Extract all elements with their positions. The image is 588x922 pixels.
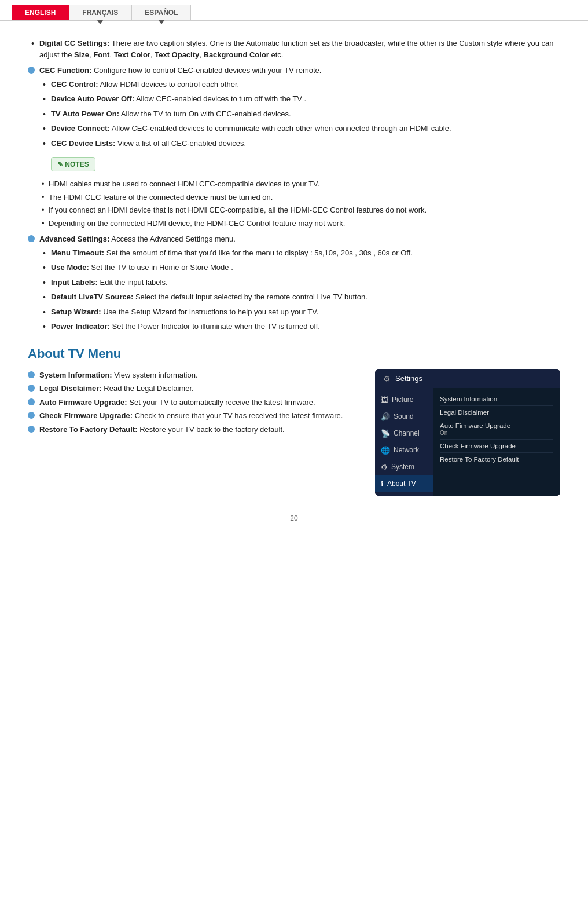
restore-factory-label: Restore To Factory Default: <box>39 425 138 434</box>
advanced-settings-text: Advanced Settings: Access the Advanced S… <box>39 233 560 245</box>
notes-label: NOTES <box>65 160 89 169</box>
about-tv-layout: System Information: View system informat… <box>28 369 560 496</box>
tv-main-auto-firmware[interactable]: Auto Firmware UpgradeOn <box>440 419 553 440</box>
adv-setup-wizard: Setup Wizard: Use the Setup Wizard for i… <box>39 306 560 318</box>
channel-icon: 📡 <box>381 429 390 438</box>
cec-function-bullet <box>28 67 35 74</box>
legal-disclaimer-text: Legal Disclaimer: Read the Legal Disclai… <box>39 383 361 394</box>
cec-sub-lists: CEC Device Lists: View a list of all CEC… <box>39 138 560 149</box>
sidebar-item-about[interactable]: ℹ About TV <box>375 475 433 492</box>
adv-input-labels: Input Labels: Edit the input labels. <box>39 277 560 288</box>
page-number: 20 <box>28 514 560 532</box>
legal-disclaimer-bullet <box>28 385 35 392</box>
cec-sub-connect: Device Connect: Allow CEC-enabled device… <box>39 123 560 134</box>
note-item-1: HDMI cables must be used to connect HDMI… <box>39 178 560 190</box>
system-info-bullet <box>28 371 35 378</box>
adv-use-mode: Use Mode: Set the TV to use in Home or S… <box>39 262 560 273</box>
network-icon: 🌐 <box>381 446 390 455</box>
francais-arrow-icon <box>97 20 103 24</box>
check-firmware-bullet <box>28 412 35 419</box>
auto-firmware-label: Auto Firmware Upgrade: <box>39 398 127 407</box>
notes-icon: ✎ <box>57 160 65 169</box>
about-tv-text-column: System Information: View system informat… <box>28 369 361 496</box>
system-info-desc: View system information. <box>114 371 197 379</box>
notes-box: ✎ NOTES <box>51 157 95 171</box>
cec-function-label: CEC Function: <box>39 66 91 75</box>
notes-container: ✎ NOTES <box>39 152 560 176</box>
digital-cc-list: Digital CC Settings: There are two capti… <box>28 38 560 60</box>
sidebar-item-picture[interactable]: 🖼 Picture <box>375 392 433 408</box>
auto-firmware-item: Auto Firmware Upgrade: Set your TV to au… <box>28 397 361 408</box>
auto-firmware-text: Auto Firmware Upgrade: Set your TV to au… <box>39 397 361 408</box>
legal-disclaimer-label: Legal Disclaimer: <box>39 384 102 393</box>
cec-sub-power-off: Device Auto Power Off: Allow CEC-enabled… <box>39 93 560 105</box>
tv-settings-ui: ⚙ Settings 🖼 Picture 🔊 Sound <box>375 369 560 496</box>
restore-factory-item: Restore To Factory Default: Restore your… <box>28 424 361 436</box>
digital-cc-text: There are two caption styles. One is the… <box>39 39 554 59</box>
language-tabs: ENGLISH FRANÇAIS ESPAÑOL <box>0 0 588 21</box>
tv-settings-body: 🖼 Picture 🔊 Sound 📡 Channel 🌐 <box>375 388 560 496</box>
about-icon: ℹ <box>381 480 384 488</box>
cec-function-item: CEC Function: Configure how to control C… <box>28 65 560 76</box>
picture-icon: 🖼 <box>381 396 388 404</box>
about-tv-heading: About TV Menu <box>28 346 560 361</box>
tv-settings-screenshot: ⚙ Settings 🖼 Picture 🔊 Sound <box>375 369 560 496</box>
advanced-settings-label: Advanced Settings: <box>39 235 109 243</box>
note-item-2: The HDMI CEC feature of the connected de… <box>39 192 560 203</box>
digital-cc-item: Digital CC Settings: There are two capti… <box>28 38 560 60</box>
lang-tab-francais[interactable]: FRANÇAIS <box>69 5 131 20</box>
advanced-sub-list: Menu Timeout: Set the amount of time tha… <box>39 247 560 332</box>
tv-settings-title: Settings <box>395 374 422 383</box>
check-firmware-item: Check Firmware Upgrade: Check to ensure … <box>28 410 361 422</box>
sidebar-item-channel[interactable]: 📡 Channel <box>375 425 433 442</box>
check-firmware-text: Check Firmware Upgrade: Check to ensure … <box>39 410 361 422</box>
sidebar-label-network: Network <box>394 446 419 454</box>
cec-sub-list: CEC Control: Allow HDMI devices to contr… <box>39 79 560 149</box>
cec-function-desc: Configure how to control CEC-enabled dev… <box>94 66 322 75</box>
tv-main-check-firmware[interactable]: Check Firmware Upgrade <box>440 440 553 453</box>
tv-main-legal[interactable]: Legal Disclaimer <box>440 406 553 419</box>
sidebar-item-system[interactable]: ⚙ System <box>375 459 433 475</box>
cec-sub-control: CEC Control: Allow HDMI devices to contr… <box>39 79 560 90</box>
restore-factory-text: Restore To Factory Default: Restore your… <box>39 424 361 436</box>
tv-main-panel: System Information Legal Disclaimer Auto… <box>433 388 560 496</box>
sidebar-label-sound: Sound <box>394 412 414 420</box>
system-info-label: System Information: <box>39 371 112 379</box>
restore-factory-bullet <box>28 426 35 433</box>
cec-sub-power-on: TV Auto Power On: Allow the TV to turn O… <box>39 108 560 120</box>
advanced-settings-bullet <box>28 235 35 242</box>
legal-disclaimer-item: Legal Disclaimer: Read the Legal Disclai… <box>28 383 361 394</box>
lang-tab-francais-label: FRANÇAIS <box>82 9 118 17</box>
sidebar-item-network[interactable]: 🌐 Network <box>375 442 433 459</box>
tv-main-restore[interactable]: Restore To Factory Default <box>440 453 553 466</box>
settings-gear-icon: ⚙ <box>383 374 391 383</box>
lang-tab-english[interactable]: ENGLISH <box>12 5 69 20</box>
advanced-settings-item: Advanced Settings: Access the Advanced S… <box>28 233 560 245</box>
advanced-settings-desc: Access the Advanced Settings menu. <box>111 235 236 243</box>
sidebar-item-sound[interactable]: 🔊 Sound <box>375 408 433 425</box>
auto-firmware-desc: Set your TV to automatically receive the… <box>129 398 315 407</box>
lang-tab-espanol[interactable]: ESPAÑOL <box>131 5 191 20</box>
check-firmware-label: Check Firmware Upgrade: <box>39 411 133 420</box>
sidebar-label-system: System <box>391 463 414 471</box>
sidebar-label-picture: Picture <box>392 396 413 404</box>
restore-factory-desc: Restore your TV back to the factory defa… <box>139 425 285 434</box>
legal-disclaimer-desc: Read the Legal Disclaimer. <box>104 384 193 393</box>
system-icon: ⚙ <box>381 463 388 471</box>
sound-icon: 🔊 <box>381 412 390 421</box>
tv-sidebar: 🖼 Picture 🔊 Sound 📡 Channel 🌐 <box>375 388 433 496</box>
auto-firmware-bullet <box>28 398 35 405</box>
main-content: Digital CC Settings: There are two capti… <box>0 21 588 559</box>
note-item-3: If you connect an HDMI device that is no… <box>39 204 560 216</box>
tv-main-system-info[interactable]: System Information <box>440 393 553 406</box>
lang-tab-espanol-label: ESPAÑOL <box>145 9 178 17</box>
tv-settings-header: ⚙ Settings <box>375 369 560 388</box>
adv-default-livetv: Default LiveTV Source: Select the defaul… <box>39 291 560 303</box>
adv-power-indicator: Power Indicator: Set the Power Indicator… <box>39 321 560 332</box>
cec-function-text: CEC Function: Configure how to control C… <box>39 65 560 76</box>
note-item-4: Depending on the connected HDMI device, … <box>39 218 560 229</box>
lang-tab-english-label: ENGLISH <box>25 9 56 17</box>
system-info-item: System Information: View system informat… <box>28 369 361 381</box>
check-firmware-desc: Check to ensure that your TV has receive… <box>135 411 343 420</box>
digital-cc-label: Digital CC Settings: <box>39 39 109 47</box>
